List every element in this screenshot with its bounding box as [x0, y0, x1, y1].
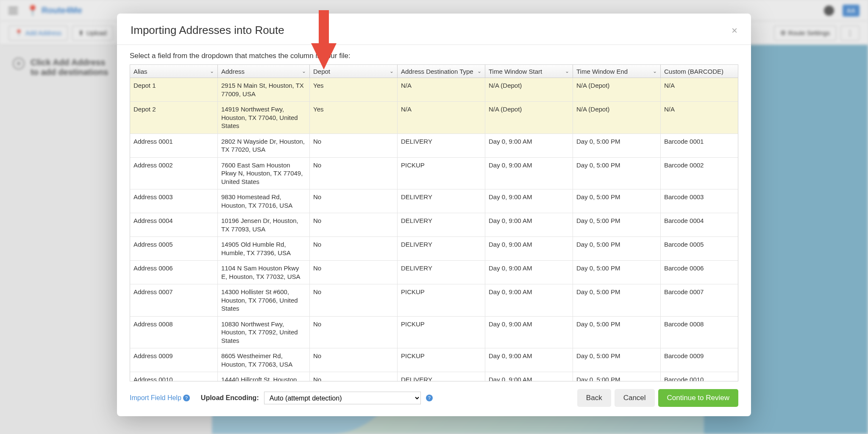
- table-row: Depot 214919 Northwest Fwy, Houston, TX …: [130, 102, 738, 134]
- table-cell: DELIVERY: [398, 213, 485, 236]
- table-cell: N/A: [398, 102, 485, 134]
- table-cell: DELIVERY: [398, 189, 485, 213]
- table-cell: Barcode 0006: [661, 261, 738, 284]
- table-cell: No: [310, 284, 398, 316]
- table-cell: Day 0, 5:00 PM: [573, 317, 661, 348]
- table-cell: DELIVERY: [398, 134, 485, 157]
- table-cell: Day 0, 9:00 AM: [485, 189, 573, 213]
- table-cell: Address 0006: [130, 261, 218, 284]
- table-cell: 9830 Homestead Rd, Houston, TX 77016, US…: [218, 189, 310, 213]
- table-cell: Barcode 0003: [661, 189, 738, 213]
- table-cell: Depot 2: [130, 102, 218, 134]
- table-cell: No: [310, 134, 398, 157]
- table-cell: Day 0, 5:00 PM: [573, 237, 661, 260]
- table-cell: Barcode 0009: [661, 348, 738, 372]
- table-cell: PICKUP: [398, 158, 485, 189]
- table-row: Address 000514905 Old Humble Rd, Humble,…: [130, 237, 738, 261]
- table-cell: 10830 Northwest Fwy, Houston, TX 77092, …: [218, 317, 310, 348]
- table-cell: 14300 Hollister St #600, Houston, TX 770…: [218, 284, 310, 316]
- table-cell: Day 0, 9:00 AM: [485, 237, 573, 260]
- table-cell: Barcode 0002: [661, 158, 738, 189]
- close-icon[interactable]: ×: [732, 25, 737, 36]
- table-cell: N/A: [661, 102, 738, 134]
- table-cell: Address 0005: [130, 237, 218, 260]
- table-cell: Address 0009: [130, 348, 218, 372]
- table-cell: Day 0, 5:00 PM: [573, 134, 661, 157]
- table-cell: Address 0002: [130, 158, 218, 189]
- table-cell: N/A: [398, 78, 485, 101]
- table-cell: PICKUP: [398, 348, 485, 372]
- cancel-button[interactable]: Cancel: [615, 389, 655, 407]
- column-label: Time Window Start: [489, 68, 542, 75]
- table-row: Address 000810830 Northwest Fwy, Houston…: [130, 317, 738, 349]
- table-cell: N/A (Depot): [573, 78, 661, 101]
- table-cell: Day 0, 5:00 PM: [573, 158, 661, 189]
- modal-title: Importing Addresses into Route: [131, 24, 284, 37]
- back-button[interactable]: Back: [577, 389, 611, 407]
- table-cell: Day 0, 5:00 PM: [573, 213, 661, 236]
- table-cell: 2802 N Wayside Dr, Houston, TX 77020, US…: [218, 134, 310, 157]
- continue-to-review-button[interactable]: Continue to Review: [658, 389, 738, 407]
- table-cell: Barcode 0005: [661, 237, 738, 260]
- table-cell: Address 0008: [130, 317, 218, 348]
- column-label: Depot: [313, 68, 330, 75]
- table-cell: No: [310, 189, 398, 213]
- table-cell: Barcode 0004: [661, 213, 738, 236]
- chevron-down-icon: ⌄: [653, 68, 657, 74]
- column-dropdown[interactable]: Time Window Start⌄: [485, 65, 573, 78]
- column-dropdown[interactable]: Address⌄: [218, 65, 310, 78]
- table-cell: No: [310, 261, 398, 284]
- table-cell: Day 0, 5:00 PM: [573, 284, 661, 316]
- table-cell: Barcode 0008: [661, 317, 738, 348]
- encoding-select[interactable]: Auto (attempt detection): [264, 392, 421, 404]
- table-cell: DELIVERY: [398, 261, 485, 284]
- table-cell: Address 0007: [130, 284, 218, 316]
- table-row: Address 00027600 East Sam Houston Pkwy N…: [130, 158, 738, 190]
- import-addresses-modal: Importing Addresses into Route × Select …: [117, 14, 751, 416]
- table-cell: Yes: [310, 78, 398, 101]
- column-dropdown[interactable]: Alias⌄: [130, 65, 218, 78]
- column-dropdown[interactable]: Address Destination Type⌄: [398, 65, 485, 78]
- table-cell: Day 0, 9:00 AM: [485, 261, 573, 284]
- table-cell: 7600 East Sam Houston Pkwy N, Houston, T…: [218, 158, 310, 189]
- column-dropdown[interactable]: Custom (BARCODE)⌄: [661, 65, 738, 78]
- table-cell: N/A (Depot): [485, 78, 573, 101]
- table-cell: Day 0, 9:00 AM: [485, 158, 573, 189]
- column-dropdown[interactable]: Time Window End⌄: [573, 65, 661, 78]
- table-cell: No: [310, 348, 398, 372]
- column-label: Time Window End: [576, 68, 628, 75]
- chevron-down-icon: ⌄: [210, 68, 214, 74]
- table-cell: Day 0, 9:00 AM: [485, 372, 573, 381]
- table-cell: No: [310, 372, 398, 381]
- table-cell: 2915 N Main St, Houston, TX 77009, USA: [218, 78, 310, 101]
- table-cell: Day 0, 9:00 AM: [485, 317, 573, 348]
- help-icon: ?: [183, 395, 190, 401]
- table-cell: PICKUP: [398, 317, 485, 348]
- table-cell: Day 0, 9:00 AM: [485, 348, 573, 372]
- table-body[interactable]: Depot 12915 N Main St, Houston, TX 77009…: [130, 78, 738, 381]
- table-row: Address 00012802 N Wayside Dr, Houston, …: [130, 134, 738, 158]
- table-cell: Yes: [310, 102, 398, 134]
- table-cell: N/A (Depot): [573, 102, 661, 134]
- table-cell: No: [310, 213, 398, 236]
- table-cell: Day 0, 5:00 PM: [573, 348, 661, 372]
- table-cell: Day 0, 5:00 PM: [573, 372, 661, 381]
- table-row: Address 000410196 Jensen Dr, Houston, TX…: [130, 213, 738, 237]
- table-cell: Day 0, 5:00 PM: [573, 261, 661, 284]
- table-row: Address 00098605 Westheimer Rd, Houston,…: [130, 348, 738, 372]
- table-cell: N/A (Depot): [485, 102, 573, 134]
- column-label: Custom (BARCODE): [664, 68, 723, 75]
- column-label: Alias: [134, 68, 147, 75]
- help-icon[interactable]: ?: [426, 395, 433, 401]
- import-field-help-link[interactable]: Import Field Help ?: [130, 394, 190, 402]
- table-row: Address 00039830 Homestead Rd, Houston, …: [130, 189, 738, 213]
- mapping-table: Alias⌄Address⌄Depot⌄Address Destination …: [130, 64, 738, 381]
- table-cell: Day 0, 5:00 PM: [573, 189, 661, 213]
- table-cell: Barcode 0001: [661, 134, 738, 157]
- column-dropdown[interactable]: Depot⌄: [310, 65, 398, 78]
- table-cell: 8605 Westheimer Rd, Houston, TX 77063, U…: [218, 348, 310, 372]
- table-cell: 14905 Old Humble Rd, Humble, TX 77396, U…: [218, 237, 310, 260]
- table-cell: DELIVERY: [398, 372, 485, 381]
- table-header: Alias⌄Address⌄Depot⌄Address Destination …: [130, 65, 738, 78]
- table-cell: Address 0001: [130, 134, 218, 157]
